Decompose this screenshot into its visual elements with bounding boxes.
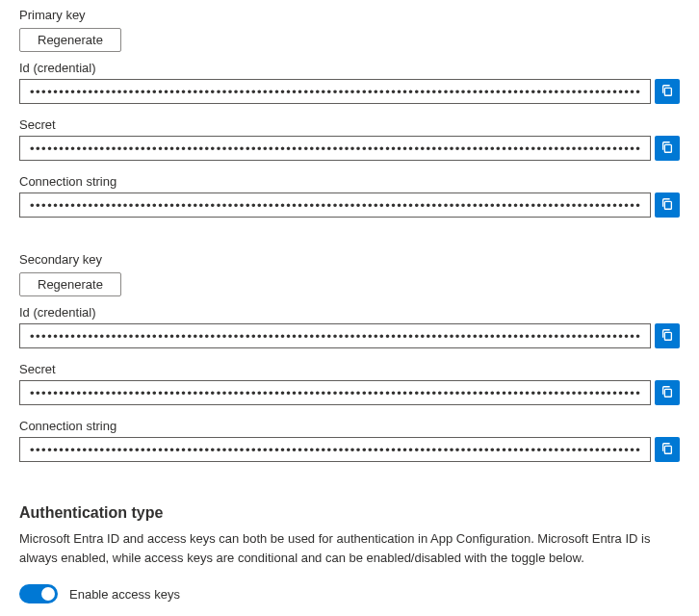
primary-key-block: Primary key Regenerate Id (credential) S…	[19, 8, 680, 218]
secondary-connstr-label: Connection string	[19, 419, 680, 433]
toggle-knob	[41, 587, 55, 601]
primary-connstr-copy-button[interactable]	[655, 192, 680, 218]
primary-secret-copy-button[interactable]	[655, 136, 680, 161]
primary-key-heading: Primary key	[19, 8, 680, 22]
primary-secret-input[interactable]	[19, 136, 651, 161]
primary-connstr-input[interactable]	[19, 192, 651, 218]
primary-id-copy-button[interactable]	[655, 79, 680, 104]
svg-rect-0	[664, 88, 671, 95]
copy-icon	[660, 197, 674, 214]
secondary-secret-row	[19, 380, 680, 405]
svg-rect-3	[664, 332, 671, 340]
secondary-id-input[interactable]	[19, 323, 651, 348]
primary-connstr-label: Connection string	[19, 174, 680, 189]
secondary-secret-input[interactable]	[19, 380, 651, 405]
secondary-connstr-copy-button[interactable]	[655, 437, 680, 462]
authentication-type-description: Microsoft Entra ID and access keys can b…	[19, 529, 680, 567]
secondary-id-label: Id (credential)	[19, 305, 680, 320]
enable-access-keys-row: Enable access keys	[19, 584, 680, 603]
primary-id-input[interactable]	[19, 79, 651, 104]
copy-icon	[660, 84, 674, 100]
primary-connstr-row	[19, 192, 680, 218]
secondary-secret-copy-button[interactable]	[655, 380, 680, 405]
svg-rect-5	[664, 446, 671, 453]
copy-icon	[660, 385, 674, 401]
primary-secret-row	[19, 136, 680, 161]
secondary-key-block: Secondary key Regenerate Id (credential)…	[19, 252, 680, 462]
secondary-secret-label: Secret	[19, 362, 680, 376]
svg-rect-1	[664, 144, 671, 152]
svg-rect-4	[664, 389, 671, 397]
enable-access-keys-label: Enable access keys	[69, 587, 180, 602]
secondary-regenerate-button[interactable]: Regenerate	[19, 272, 121, 296]
svg-rect-2	[664, 201, 671, 209]
secondary-id-copy-button[interactable]	[655, 323, 680, 348]
enable-access-keys-toggle[interactable]	[19, 584, 58, 603]
copy-icon	[660, 442, 674, 458]
secondary-key-heading: Secondary key	[19, 252, 680, 267]
copy-icon	[660, 328, 674, 345]
secondary-connstr-row	[19, 437, 680, 462]
secondary-connstr-input[interactable]	[19, 437, 651, 462]
primary-id-row	[19, 79, 680, 104]
authentication-type-title: Authentication type	[19, 504, 680, 522]
primary-secret-label: Secret	[19, 117, 680, 132]
authentication-type-section: Authentication type Microsoft Entra ID a…	[19, 504, 680, 603]
copy-icon	[660, 141, 674, 157]
primary-regenerate-button[interactable]: Regenerate	[19, 28, 121, 52]
primary-id-label: Id (credential)	[19, 61, 680, 75]
secondary-id-row	[19, 323, 680, 348]
